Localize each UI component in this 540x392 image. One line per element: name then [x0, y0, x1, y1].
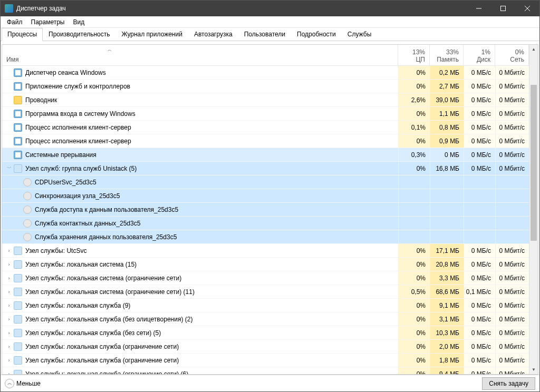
expander-icon[interactable]: ﹀ [5, 165, 13, 172]
maximize-button[interactable] [491, 1, 515, 16]
expander-icon[interactable]: › [5, 261, 13, 268]
table-row[interactable]: Диспетчер сеанса Windows0%0,2 МБ0 МБ/с0 … [2, 66, 529, 80]
table-row[interactable]: Процесс исполнения клиент-сервер0%0,9 МБ… [2, 134, 529, 148]
expander-icon[interactable] [5, 83, 13, 90]
minimize-button[interactable] [467, 1, 491, 16]
cell-net: 0 Мбит/с [495, 80, 529, 93]
scroll-thumb[interactable] [531, 85, 537, 241]
table-row[interactable]: Программа входа в систему Windows0%1,1 М… [2, 107, 529, 121]
service-child-row[interactable]: Служба хранения данных пользователя_25d3… [2, 230, 529, 244]
cell-mem: 0 МБ [430, 148, 464, 161]
col-cpu[interactable]: 13%ЦП [398, 45, 430, 65]
table-row[interactable]: ﹀Узел служб: группа служб Unistack (5)0%… [2, 162, 529, 175]
table-row[interactable]: Системные прерывания0,3%0 МБ0 МБ/с0 Мбит… [2, 148, 529, 162]
table-row[interactable]: ›Узел службы: локальная служба (без олиц… [2, 312, 529, 326]
table-row[interactable]: ›Узел службы: локальная система (огранич… [2, 271, 529, 285]
table-row[interactable]: Процесс исполнения клиент-сервер0,1%0,8 … [2, 121, 529, 134]
service-child-row[interactable]: Синхронизация узла_25d3c5 [2, 189, 529, 203]
fewer-details-button[interactable]: ︿ Меньше [5, 379, 482, 388]
menu-view[interactable]: Вид [69, 17, 89, 27]
cell-cpu: 0,1% [398, 121, 430, 134]
tab-performance[interactable]: Производительность [43, 28, 115, 41]
app-icon [14, 82, 22, 91]
table-row[interactable]: ›Узел службы: локальная служба (ограниче… [2, 367, 529, 374]
expander-icon[interactable]: › [5, 302, 13, 309]
cell-mem [430, 217, 464, 230]
table-row[interactable]: ›Узел службы: локальная служба (ограниче… [2, 340, 529, 354]
col-network[interactable]: 0%Сеть [495, 45, 529, 65]
expander-icon[interactable] [5, 124, 13, 131]
tab-startup[interactable]: Автозагрузка [188, 28, 238, 41]
expander-icon[interactable] [5, 151, 13, 159]
scroll-down-icon[interactable]: ▼ [529, 365, 538, 374]
chevron-up-icon: ︿ [5, 379, 14, 388]
process-name: Узел службы: локальная служба (ограничен… [25, 370, 188, 375]
cell-net: 0 Мбит/с [495, 66, 529, 79]
menu-file[interactable]: Файл [3, 17, 27, 27]
cell-mem: 20,8 МБ [430, 258, 464, 271]
cell-disk [464, 203, 495, 216]
cell-net: 0 Мбит/с [495, 134, 529, 148]
cell-mem [430, 189, 464, 202]
cell-net: 0 Мбит/с [495, 244, 529, 257]
gear-icon [14, 329, 22, 337]
table-row[interactable]: ›Узел службы: локальная служба (без сети… [2, 326, 529, 340]
table-row[interactable]: ›Узел службы: локальная служба (ограниче… [2, 354, 529, 367]
tab-users[interactable]: Пользователи [238, 28, 291, 41]
process-table: ︿ Имя 13%ЦП 33%Память 1%Диск 0%Сеть Дисп… [2, 44, 538, 375]
cell-net: 0 Мбит/с [495, 299, 529, 312]
service-child-row[interactable]: Служба доступа к данным пользователя_25d… [2, 203, 529, 217]
scroll-up-icon[interactable]: ▲ [529, 45, 538, 54]
vertical-scrollbar[interactable]: ▲ ▼ [529, 45, 538, 374]
expander-icon[interactable] [5, 96, 13, 104]
cell-disk: 0 МБ/с [464, 107, 495, 120]
table-row[interactable]: ›Узел службы: UtcSvc0%17,1 МБ0 МБ/с0 Мби… [2, 244, 529, 258]
tab-processes[interactable]: Процессы [2, 28, 43, 41]
cell-net: 0 Мбит/с [495, 271, 529, 285]
expander-icon[interactable]: › [5, 357, 13, 364]
tab-apphistory[interactable]: Журнал приложений [116, 28, 188, 41]
cell-cpu: 0% [398, 107, 430, 120]
expander-icon[interactable] [5, 110, 13, 117]
expander-icon[interactable]: › [5, 343, 13, 350]
cell-disk [464, 230, 495, 243]
menu-options[interactable]: Параметры [27, 17, 69, 27]
cell-mem: 17,1 МБ [430, 244, 464, 257]
table-row[interactable]: ›Узел службы: локальная служба (9)0%9,1 … [2, 299, 529, 312]
expander-icon[interactable]: › [5, 370, 13, 375]
close-button[interactable] [515, 1, 539, 16]
expander-icon[interactable]: › [5, 288, 13, 296]
service-child-row[interactable]: CDPUserSvc_25d3c5 [2, 175, 529, 189]
service-child-row[interactable]: Служба контактных данных_25d3c5 [2, 217, 529, 230]
gear-icon [14, 164, 22, 173]
tab-details[interactable]: Подробности [291, 28, 342, 41]
table-row[interactable]: ›Узел службы: локальная система (15)0%20… [2, 258, 529, 271]
end-task-button[interactable]: Снять задачу [482, 377, 535, 390]
table-row[interactable]: ›Узел службы: локальная система (огранич… [2, 285, 529, 299]
cell-net: 0 Мбит/с [495, 340, 529, 353]
table-row[interactable]: Проводник2,6%39,0 МБ0 МБ/с0 Мбит/с [2, 93, 529, 107]
col-memory[interactable]: 33%Память [430, 45, 464, 65]
expander-icon[interactable]: › [5, 247, 13, 254]
cell-cpu: 0% [398, 162, 430, 175]
cell-disk [464, 217, 495, 230]
cell-mem [430, 175, 464, 189]
col-name[interactable]: Имя [2, 45, 398, 65]
cell-net: 0 Мбит/с [495, 107, 529, 120]
expander-icon[interactable]: › [5, 329, 13, 337]
process-list[interactable]: Диспетчер сеанса Windows0%0,2 МБ0 МБ/с0 … [2, 66, 529, 374]
expander-icon[interactable]: › [5, 275, 13, 282]
cell-disk: 0 МБ/с [464, 80, 495, 93]
expander-icon[interactable] [5, 69, 13, 76]
titlebar[interactable]: Диспетчер задач [1, 1, 539, 16]
col-disk[interactable]: 1%Диск [464, 45, 495, 65]
expander-icon[interactable]: › [5, 316, 13, 323]
process-name: CDPUserSvc_25d3c5 [35, 179, 97, 186]
cell-cpu: 0% [398, 367, 430, 374]
expander-icon[interactable] [5, 138, 13, 145]
tab-services[interactable]: Службы [342, 28, 377, 41]
process-name: Служба доступа к данным пользователя_25d… [35, 206, 178, 213]
cell-net [495, 217, 529, 230]
table-row[interactable]: Приложение служб и контроллеров0%2,7 МБ0… [2, 80, 529, 93]
cell-disk: 0 МБ/с [464, 66, 495, 79]
